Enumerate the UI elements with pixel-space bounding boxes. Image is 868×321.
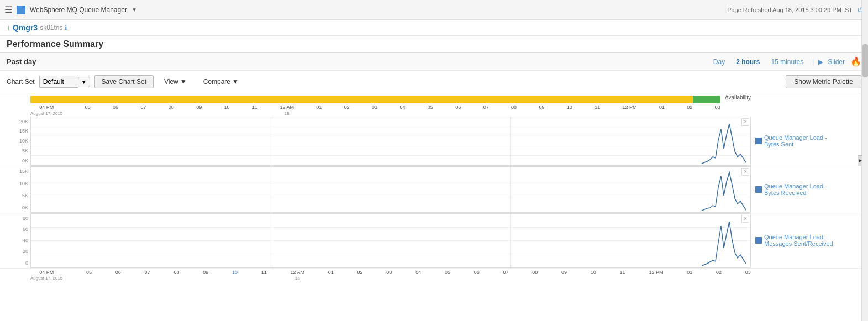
chart1-grid-2 <box>31 136 750 136</box>
btick-23: 03 <box>745 270 751 282</box>
chart1-legend-label: Queue Manager Load -Bytes Sent <box>764 134 827 148</box>
btick-8: 12 AM18 <box>291 270 305 282</box>
fire-icon[interactable]: 🔥 <box>850 56 861 67</box>
time-tick-16: 08 <box>511 104 517 117</box>
time-tick-18: 10 <box>567 104 572 117</box>
btick-21: 01 <box>687 270 692 282</box>
view-btn[interactable]: View ▼ <box>158 75 193 88</box>
chart3-y-tick-3: 20 <box>23 249 28 254</box>
scrollbar-thumb <box>862 44 868 77</box>
chart3-y-tick-2: 40 <box>23 238 28 243</box>
chart2-y-tick-3: 0K <box>22 205 28 211</box>
time-tick-7: 11 <box>252 104 257 117</box>
time-tick-11: 03 <box>372 104 377 117</box>
btick-5: 09 <box>203 270 208 282</box>
chart1-area: × <box>30 117 751 166</box>
time-tick-10: 02 <box>344 104 350 117</box>
chart3-vsep-1 <box>271 214 271 267</box>
btick-1: 05 <box>86 270 92 282</box>
time-tick-12: 04 <box>399 104 405 117</box>
chart-set-input[interactable] <box>39 76 78 88</box>
time-btn-2hours[interactable]: 2 hours <box>732 57 764 67</box>
btick-9: 01 <box>328 270 334 282</box>
charts-container: 04 PMAugust 17, 2015 05 06 07 08 09 10 1… <box>0 93 868 281</box>
breadcrumb-text: WebSphere MQ Queue Manager <box>30 6 127 14</box>
availability-green-segment <box>693 96 720 103</box>
nav-left: ☰ WebSphere MQ Queue Manager ▼ <box>4 4 137 15</box>
qmgr-info-icon[interactable]: ℹ <box>65 24 67 31</box>
chart3-grid-3 <box>31 254 750 254</box>
page-title: Performance Summary <box>7 39 103 49</box>
time-tick-22: 02 <box>687 104 692 117</box>
time-btn-day[interactable]: Day <box>709 57 729 67</box>
chart1-y-axis: 20K 15K 10K 5K 0K <box>0 117 30 166</box>
availability-label: Availability <box>725 93 751 101</box>
btick-19: 11 <box>620 270 625 282</box>
slider-btn[interactable]: Slider <box>828 58 845 66</box>
btick-18: 10 <box>591 270 596 282</box>
chart2-legend: Queue Manager Load -Bytes Received <box>751 166 861 213</box>
chart3-vsep-2 <box>510 214 511 267</box>
btick-0: 04 PMAugust 17, 2015 <box>30 270 62 282</box>
time-tick-19: 11 <box>595 104 600 117</box>
nav-right: Page Refreshed Aug 18, 2015 3:00:29 PM I… <box>727 6 864 14</box>
qmgr-title-bar: ↑ Qmgr3 sk01tns ℹ <box>0 20 868 36</box>
chart2-legend-color <box>755 186 762 193</box>
chart-set-dropdown-btn[interactable]: ▼ <box>78 77 90 87</box>
time-labels-row: 04 PMAugust 17, 2015 05 06 07 08 09 10 1… <box>30 104 720 117</box>
save-chart-btn[interactable]: Save Chart Set <box>94 75 154 88</box>
chart1-vsep-2 <box>510 117 511 165</box>
chart3-y-tick-0: 80 <box>23 215 28 221</box>
hamburger-icon[interactable]: ☰ <box>4 4 12 15</box>
btick-2: 06 <box>115 270 121 282</box>
time-tick-14: 06 <box>455 104 461 117</box>
app-icon <box>17 6 25 14</box>
breadcrumb-dropdown-icon[interactable]: ▼ <box>131 7 137 13</box>
chart2-y-tick-1: 10K <box>19 181 28 186</box>
availability-section: 04 PMAugust 17, 2015 05 06 07 08 09 10 1… <box>30 93 720 117</box>
btick-14: 06 <box>474 270 480 282</box>
title-bar: Performance Summary <box>0 36 868 53</box>
chart2-grid-1 <box>31 182 750 182</box>
chart1-legend-color <box>755 138 762 144</box>
btick-10: 02 <box>357 270 363 282</box>
qmgr-name: Qmgr3 <box>13 23 38 32</box>
time-axis-bottom: 04 PMAugust 17, 2015 05 06 07 08 09 10 1… <box>0 269 861 282</box>
chart2-y-axis: 15K 10K 5K 0K <box>0 166 30 213</box>
page-refreshed-text: Page Refreshed Aug 18, 2015 3:00:29 PM I… <box>727 7 853 13</box>
show-metric-palette-btn[interactable]: Show Metric Palette <box>786 75 861 88</box>
time-axis-top: 04 PMAugust 17, 2015 05 06 07 08 09 10 1… <box>0 93 861 117</box>
btick-22: 02 <box>716 270 722 282</box>
chart1-y-tick-2: 10K <box>19 138 28 144</box>
btick-7: 11 <box>261 270 267 282</box>
btick-13: 05 <box>445 270 450 282</box>
btick-11: 03 <box>386 270 392 282</box>
chart3-svg <box>702 215 746 267</box>
time-btn-15min[interactable]: 15 minutes <box>766 57 808 67</box>
btick-20: 12 PM <box>649 270 663 282</box>
chart1-y-tick-3: 5K <box>22 148 28 154</box>
chart2-svg <box>702 168 746 212</box>
chart2-area: × <box>30 166 751 213</box>
chart-row-1: 20K 15K 10K 5K 0K × Queue Manager Load -… <box>0 117 861 166</box>
chart1-grid-4 <box>31 155 750 156</box>
chart2-grid-2 <box>31 197 750 197</box>
chart-set-label: Chart Set <box>7 78 35 86</box>
btick-6: 10 <box>232 270 238 282</box>
time-tick-17: 09 <box>539 104 544 117</box>
btick-3: 07 <box>145 270 150 282</box>
chart3-y-axis: 80 60 40 20 0 <box>0 213 30 268</box>
scrollbar[interactable]: ▶ <box>861 0 868 281</box>
availability-bar <box>30 96 720 103</box>
chart3-legend-label: Queue Manager Load -Messages Sent/Receiv… <box>764 234 833 247</box>
chart1-y-tick-1: 15K <box>19 128 28 134</box>
time-tick-13: 05 <box>428 104 433 117</box>
chart-row-2: 15K 10K 5K 0K × Queue Manager Load -Byte… <box>0 166 861 213</box>
compare-btn[interactable]: Compare ▼ <box>197 75 245 88</box>
chart2-vsep-2 <box>510 167 511 212</box>
chart1-grid-3 <box>31 146 750 146</box>
top-bar: ☰ WebSphere MQ Queue Manager ▼ Page Refr… <box>0 0 868 20</box>
chart2-vsep-1 <box>271 167 271 212</box>
collapse-handle[interactable]: ▶ <box>858 155 862 166</box>
time-tick-6: 10 <box>224 104 230 117</box>
